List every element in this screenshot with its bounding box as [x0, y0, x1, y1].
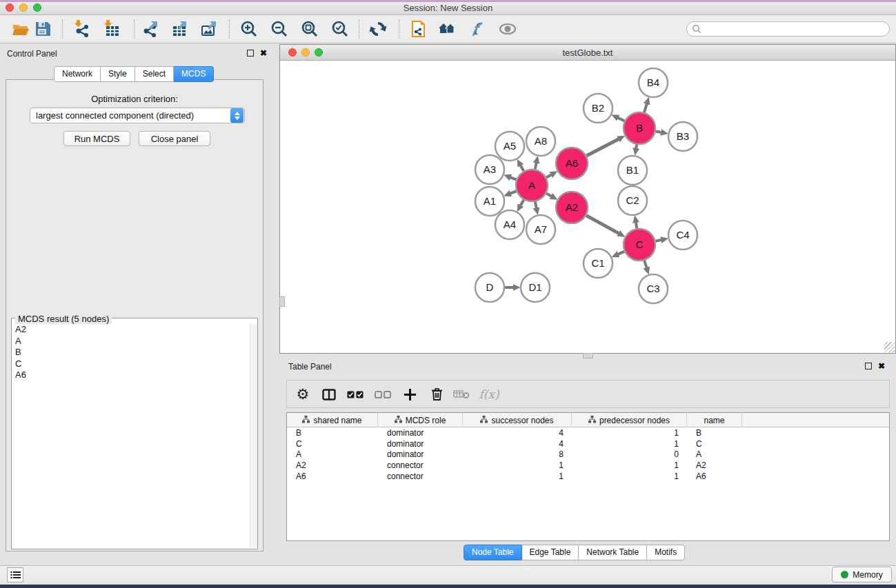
add-row-icon[interactable]: [399, 385, 420, 404]
node-B2[interactable]: B2: [584, 94, 613, 123]
edge-A-A4[interactable]: [521, 200, 524, 205]
edge-B-B3[interactable]: [656, 131, 661, 132]
result-list-item[interactable]: A2: [12, 324, 249, 336]
node-A8[interactable]: A8: [526, 127, 555, 156]
node-A3[interactable]: A3: [475, 155, 504, 184]
table-tab-network-table[interactable]: Network Table: [579, 545, 647, 560]
resize-grip-icon[interactable]: [884, 342, 895, 352]
node-C[interactable]: C: [624, 229, 655, 261]
node-C2[interactable]: C2: [618, 186, 647, 215]
node-B1[interactable]: B1: [618, 156, 647, 185]
tab-style[interactable]: Style: [101, 66, 135, 82]
column-header-MCDS-role[interactable]: MCDS role: [378, 413, 463, 427]
node-C1[interactable]: C1: [584, 249, 613, 278]
home-icon[interactable]: [435, 19, 457, 39]
mcds-result-list[interactable]: A2ABCA6: [12, 324, 249, 548]
network-from-document-icon[interactable]: [408, 19, 430, 39]
delete-row-icon[interactable]: [426, 385, 447, 404]
network-canvas[interactable]: B4B2BB3B1A5A8A6A3AA1A4A7A2C2C4CC1C3DD1: [280, 61, 895, 353]
edge-A-A2[interactable]: [546, 194, 551, 196]
node-D1[interactable]: D1: [521, 273, 550, 302]
column-header-name[interactable]: name: [687, 413, 742, 427]
birdseye-view-icon[interactable]: [497, 19, 519, 39]
node-A2[interactable]: A2: [556, 192, 588, 223]
splitter-handle-left[interactable]: [279, 296, 285, 307]
delete-table-icon[interactable]: [451, 385, 472, 404]
edge-C-C4[interactable]: [655, 240, 661, 241]
edge-A-A7[interactable]: [535, 202, 537, 208]
run-mcds-button[interactable]: Run MCDS: [63, 131, 130, 146]
zoom-out-icon[interactable]: [268, 19, 290, 39]
table-settings-icon[interactable]: ⚙: [292, 385, 313, 404]
edge-C-C2[interactable]: [636, 223, 637, 229]
node-A4[interactable]: A4: [495, 210, 524, 239]
result-list-item[interactable]: A: [12, 336, 249, 347]
node-D[interactable]: D: [475, 273, 504, 302]
node-C3[interactable]: C3: [639, 274, 668, 303]
select-all-checkboxes-icon[interactable]: [345, 385, 366, 404]
table-row[interactable]: A6connector11A6: [287, 471, 889, 482]
optimization-select[interactable]: largest connected component (directed): [30, 108, 245, 123]
import-network-icon[interactable]: [72, 19, 94, 39]
memory-button[interactable]: Memory: [832, 567, 892, 582]
export-table-icon[interactable]: [168, 19, 190, 39]
result-list-item[interactable]: B: [12, 347, 249, 358]
tab-network[interactable]: Network: [54, 66, 101, 82]
edge-A6-B[interactable]: [586, 139, 619, 156]
edge-A-A8[interactable]: [535, 163, 537, 169]
node-B3[interactable]: B3: [668, 122, 697, 151]
refresh-icon[interactable]: [367, 19, 389, 39]
export-image-icon[interactable]: [198, 19, 220, 39]
task-history-button[interactable]: [7, 567, 23, 582]
splitter-handle-bottom[interactable]: [583, 353, 593, 358]
node-A7[interactable]: A7: [526, 215, 555, 244]
node-A1[interactable]: A1: [475, 187, 504, 216]
edge-B-B4[interactable]: [644, 104, 647, 112]
zoom-selected-icon[interactable]: [329, 19, 351, 39]
edge-B-B1[interactable]: [636, 145, 637, 149]
node-A[interactable]: A: [516, 170, 548, 201]
edge-A-A1[interactable]: [510, 191, 517, 193]
node-C4[interactable]: C4: [668, 221, 697, 250]
node-B4[interactable]: B4: [639, 68, 668, 97]
export-network-icon[interactable]: [139, 19, 161, 39]
column-header-predecessor-nodes[interactable]: predecessor nodes: [572, 413, 687, 427]
result-list-item[interactable]: A6: [12, 369, 249, 381]
deselect-all-checkboxes-icon[interactable]: [372, 385, 393, 404]
edge-A-A6[interactable]: [546, 174, 551, 177]
close-panel-icon[interactable]: ✖: [260, 50, 267, 57]
column-header-successor-nodes[interactable]: successor nodes: [463, 413, 572, 427]
import-table-icon[interactable]: [101, 19, 123, 39]
node-A6[interactable]: A6: [556, 148, 588, 179]
table-tab-node-table[interactable]: Node Table: [464, 545, 522, 560]
zoom-fit-icon[interactable]: [299, 19, 321, 39]
zoom-in-icon[interactable]: [238, 19, 260, 39]
show-columns-icon[interactable]: [319, 385, 339, 404]
open-session-icon[interactable]: [10, 19, 32, 39]
float-panel-icon[interactable]: [247, 50, 254, 57]
table-row[interactable]: Bdominator41B: [287, 427, 889, 438]
save-session-icon[interactable]: [32, 19, 54, 39]
edge-A-A3[interactable]: [510, 177, 517, 179]
column-header-shared-name[interactable]: shared name: [287, 413, 378, 427]
table-tab-motifs[interactable]: Motifs: [647, 545, 685, 560]
close-table-panel-icon[interactable]: ✖: [878, 363, 885, 369]
edge-C-C3[interactable]: [644, 261, 646, 268]
search-box[interactable]: [686, 21, 890, 37]
table-tab-edge-table[interactable]: Edge Table: [522, 545, 579, 560]
search-input[interactable]: [701, 24, 874, 34]
table-row[interactable]: Cdominator41C: [287, 438, 889, 449]
result-list-item[interactable]: C: [12, 358, 249, 370]
table-row[interactable]: A2connector11A2: [287, 460, 889, 471]
tab-select[interactable]: Select: [135, 66, 174, 82]
float-table-panel-icon[interactable]: [865, 363, 872, 369]
edge-B-B2[interactable]: [618, 118, 625, 121]
table-row[interactable]: Adominator80A: [287, 449, 889, 460]
edge-A-A5[interactable]: [521, 165, 524, 171]
hide-graphics-details-icon[interactable]: f: [466, 19, 488, 39]
edge-C-C1[interactable]: [618, 252, 624, 254]
result-scrollbar[interactable]: [250, 324, 257, 548]
edge-A2-C[interactable]: [586, 216, 619, 234]
close-panel-button[interactable]: Close panel: [139, 131, 210, 146]
tab-mcds[interactable]: MCDS: [174, 66, 214, 82]
